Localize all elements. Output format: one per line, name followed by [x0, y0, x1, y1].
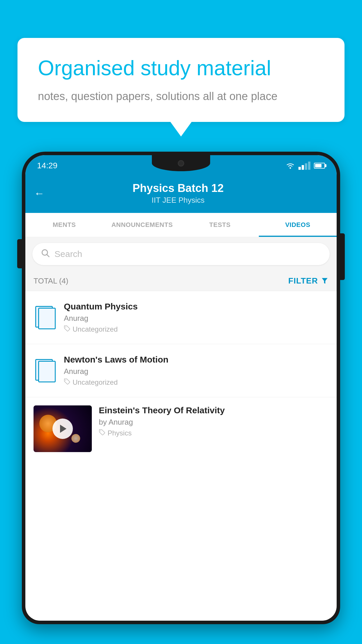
header-title: Physics Batch 12 — [50, 182, 306, 195]
phone-wrapper: 14:29 — [22, 152, 340, 644]
speech-bubble: Organised study material notes, question… — [17, 38, 345, 122]
video-tag: Physics — [99, 429, 328, 437]
video-tag: Uncategorized — [64, 325, 328, 333]
tab-announcements[interactable]: ANNOUNCEMENTS — [103, 213, 181, 237]
tag-icon — [64, 325, 70, 333]
video-info: Einstein's Theory Of Relativity by Anura… — [99, 405, 328, 437]
status-bar: 14:29 — [25, 155, 337, 176]
app-header: ← Physics Batch 12 IIT JEE Physics — [25, 176, 337, 213]
back-button[interactable]: ← — [34, 187, 45, 200]
status-time: 14:29 — [37, 161, 57, 170]
filter-label: FILTER — [288, 276, 318, 286]
tab-ments[interactable]: MENTS — [25, 213, 103, 237]
phone-inner: 14:29 — [25, 155, 337, 621]
signal-bars-icon — [298, 162, 310, 170]
video-author: Anurag — [64, 367, 328, 376]
wifi-icon — [286, 162, 295, 169]
battery-icon — [314, 163, 325, 169]
video-author: Anurag — [64, 314, 328, 323]
list-item[interactable]: Quantum Physics Anurag Uncategorized — [25, 291, 337, 344]
tab-videos[interactable]: VIDEOS — [259, 213, 337, 237]
file-icon-wrapper — [34, 359, 57, 382]
hero-subtitle: notes, question papers, solutions all at… — [38, 89, 324, 104]
search-icon — [41, 248, 50, 260]
phone-outer: 14:29 — [22, 152, 340, 624]
video-info: Quantum Physics Anurag Uncategorized — [64, 302, 328, 333]
search-placeholder: Search — [55, 249, 82, 259]
notch — [152, 155, 210, 171]
svg-marker-3 — [322, 278, 328, 284]
video-title: Quantum Physics — [64, 302, 328, 312]
filter-button[interactable]: FILTER — [288, 276, 328, 286]
video-tag: Uncategorized — [64, 378, 328, 386]
search-box[interactable]: Search — [32, 243, 330, 265]
video-title: Einstein's Theory Of Relativity — [99, 405, 328, 415]
tab-tests[interactable]: TESTS — [181, 213, 259, 237]
svg-point-0 — [290, 167, 291, 169]
tag-icon — [64, 378, 70, 386]
svg-point-4 — [65, 327, 66, 328]
svg-point-5 — [65, 380, 66, 381]
video-thumbnail — [34, 405, 92, 452]
video-info: Newton's Laws of Motion Anurag Uncategor… — [64, 355, 328, 386]
header-subtitle: IIT JEE Physics — [50, 196, 306, 205]
search-container: Search — [25, 237, 337, 271]
hero-title: Organised study material — [38, 55, 324, 80]
tabs-bar: MENTS ANNOUNCEMENTS TESTS VIDEOS — [25, 213, 337, 237]
status-icons — [286, 162, 325, 170]
svg-point-6 — [100, 430, 101, 431]
list-item[interactable]: Einstein's Theory Of Relativity by Anura… — [25, 397, 337, 463]
tag-icon — [99, 429, 105, 437]
total-label: TOTAL (4) — [34, 276, 68, 286]
play-button-icon[interactable] — [52, 419, 73, 439]
filter-row: TOTAL (4) FILTER — [25, 271, 337, 291]
file-icon-wrapper — [34, 306, 57, 329]
file-icon — [35, 359, 55, 382]
video-title: Newton's Laws of Motion — [64, 355, 328, 365]
header-title-area: Physics Batch 12 IIT JEE Physics — [50, 182, 306, 205]
svg-line-2 — [47, 255, 49, 257]
list-item[interactable]: Newton's Laws of Motion Anurag Uncategor… — [25, 344, 337, 397]
filter-funnel-icon — [321, 277, 328, 285]
video-author: by Anurag — [99, 418, 328, 427]
file-icon — [35, 306, 55, 329]
video-list: Quantum Physics Anurag Uncategorized — [25, 291, 337, 463]
hero-section: Organised study material notes, question… — [17, 38, 345, 122]
camera-dot — [178, 160, 184, 167]
